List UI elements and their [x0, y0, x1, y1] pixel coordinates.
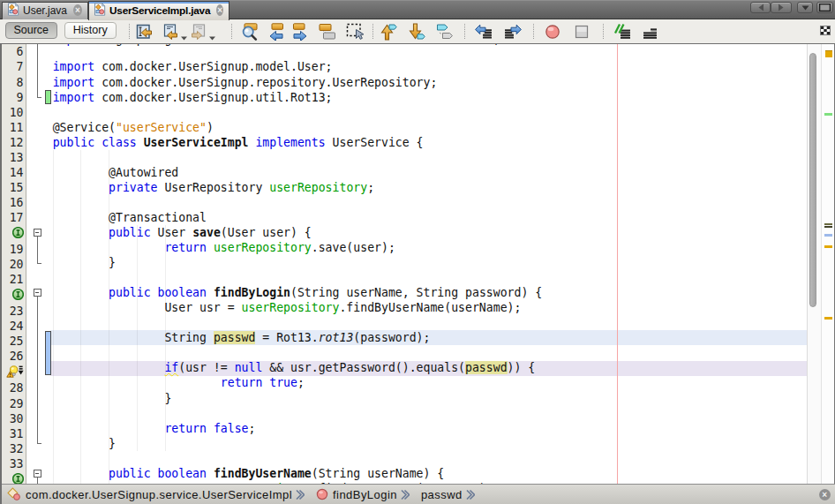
- code-line-18[interactable]: public User save(User user) {: [53, 225, 543, 240]
- tab-user-java[interactable]: User.java×: [2, 2, 88, 19]
- code-line-19[interactable]: return userRepository.save(user);: [53, 240, 543, 255]
- code-line-32[interactable]: }: [53, 436, 543, 451]
- code-line-25[interactable]: String passwd = Rot13.rot13(password);: [53, 330, 543, 345]
- code-line-28[interactable]: return true;: [53, 375, 543, 390]
- breadcrumb-chevron-icon[interactable]: [401, 489, 410, 500]
- code-line-20[interactable]: }: [53, 255, 543, 270]
- code-line-17[interactable]: @Transactional: [53, 210, 543, 225]
- comment-button[interactable]: [613, 22, 631, 41]
- error-stripe-status-square[interactable]: [825, 50, 833, 57]
- line-number-gutter[interactable]: 6789101112131415161719202123242526282930…: [0, 44, 24, 484]
- error-stripe[interactable]: [821, 44, 834, 484]
- previous-bookmark-button[interactable]: [379, 22, 397, 41]
- code-line-16[interactable]: [53, 195, 543, 210]
- maximize-window-button[interactable]: [816, 2, 833, 13]
- line-number[interactable]: 13: [0, 150, 24, 165]
- line-number[interactable]: 10: [0, 105, 24, 120]
- code-line-31[interactable]: return false;: [53, 421, 543, 436]
- line-number[interactable]: 14: [0, 165, 24, 180]
- scroll-tabs-right-button[interactable]: [771, 2, 792, 13]
- code-line-33[interactable]: [53, 451, 543, 466]
- code-line-29[interactable]: }: [53, 391, 543, 406]
- line-number[interactable]: 9: [0, 90, 24, 105]
- back-button[interactable]: [161, 22, 179, 41]
- next-bookmark-button[interactable]: [407, 22, 425, 41]
- breadcrumb-chevron-icon[interactable]: [296, 489, 305, 500]
- breadcrumb-close-icon[interactable]: ×: [819, 489, 831, 500]
- line-number[interactable]: 28: [0, 380, 24, 395]
- forward-button[interactable]: [189, 22, 207, 41]
- find-selection-button[interactable]: [240, 22, 259, 41]
- code-line-15[interactable]: private UserRepository userRepository;: [53, 180, 543, 195]
- line-number[interactable]: 23: [0, 304, 24, 319]
- line-number[interactable]: 31: [0, 426, 24, 441]
- code-line-14[interactable]: @Autowired: [53, 165, 543, 180]
- line-number[interactable]: 11: [0, 120, 24, 135]
- code-line-34[interactable]: public boolean findByUserName(String use…: [53, 466, 543, 481]
- line-number[interactable]: 16: [0, 195, 24, 210]
- forward-dropdown-icon[interactable]: [209, 28, 215, 44]
- hint-bulb-warning-icon[interactable]: [0, 365, 24, 380]
- code-line-35[interactable]: return userRepository.findByUserName(use…: [53, 481, 543, 484]
- split-document-button[interactable]: [820, 26, 831, 35]
- scroll-tabs-left-button[interactable]: [750, 2, 771, 13]
- line-number[interactable]: 20: [0, 257, 24, 272]
- line-number[interactable]: 8: [0, 75, 24, 90]
- breadcrumb-chevron-icon[interactable]: [466, 489, 475, 500]
- code-editor[interactable]: 6789101112131415161719202123242526282930…: [0, 44, 835, 484]
- implements-method-icon[interactable]: [0, 227, 24, 242]
- source-view-button[interactable]: Source: [5, 22, 58, 39]
- code-line-8[interactable]: import com.docker.UserSignup.repository.…: [53, 75, 543, 90]
- line-number[interactable]: 30: [0, 411, 24, 426]
- line-number[interactable]: 19: [0, 242, 24, 257]
- line-number[interactable]: 33: [0, 456, 24, 471]
- shift-line-left-button[interactable]: [474, 22, 493, 41]
- code-text[interactable]: import org.springframework.transaction.a…: [53, 44, 543, 484]
- toggle-highlight-search-button[interactable]: [318, 22, 336, 41]
- line-number[interactable]: 26: [0, 349, 24, 364]
- shift-line-right-button[interactable]: [503, 22, 522, 41]
- code-line-30[interactable]: [53, 406, 543, 421]
- code-line-27[interactable]: if(usr != null && usr.getPassword().equa…: [53, 360, 543, 375]
- line-number[interactable]: 15: [0, 180, 24, 195]
- code-line-24[interactable]: [53, 315, 543, 330]
- fold-toggle-line-34[interactable]: [34, 470, 41, 478]
- code-line-13[interactable]: [53, 150, 543, 165]
- error-stripe-mark[interactable]: [824, 317, 832, 320]
- code-line-11[interactable]: @Service("userService"): [53, 120, 543, 135]
- error-stripe-mark[interactable]: [824, 113, 832, 116]
- error-stripe-mark[interactable]: [824, 223, 832, 225]
- line-number[interactable]: 12: [0, 135, 24, 150]
- line-number[interactable]: 29: [0, 396, 24, 411]
- line-number[interactable]: 6: [0, 44, 24, 59]
- code-line-22[interactable]: public boolean findByLogin(String userNa…: [53, 285, 543, 300]
- tab-list-dropdown-button[interactable]: [797, 2, 813, 13]
- implements-method-icon[interactable]: [0, 289, 24, 304]
- error-stripe-mark[interactable]: [824, 234, 832, 237]
- breadcrumb-item[interactable]: passwd: [421, 488, 463, 501]
- fold-toggle-line-18[interactable]: [34, 229, 41, 237]
- code-line-9[interactable]: import com.docker.UserSignup.util.Rot13;: [53, 90, 543, 105]
- line-number[interactable]: 17: [0, 210, 24, 225]
- jump-last-edit-button[interactable]: [134, 22, 153, 41]
- fold-toggle-line-22[interactable]: [34, 289, 41, 297]
- breadcrumb-item[interactable]: findByLogin: [316, 488, 397, 501]
- line-number[interactable]: 21: [0, 272, 24, 287]
- find-previous-occurrence-button[interactable]: [266, 22, 284, 41]
- error-stripe-mark[interactable]: [824, 245, 832, 248]
- code-line-7[interactable]: import com.docker.UserSignup.model.User;: [53, 59, 543, 74]
- find-next-occurrence-button[interactable]: [291, 22, 310, 41]
- stop-macro-button[interactable]: [572, 22, 591, 41]
- breadcrumb-item[interactable]: com.docker.UserSignup.service.UserServic…: [7, 487, 292, 501]
- line-number[interactable]: 25: [0, 334, 24, 349]
- uncomment-button[interactable]: [639, 22, 658, 41]
- history-view-button[interactable]: History: [64, 22, 117, 39]
- record-macro-button[interactable]: [543, 22, 561, 41]
- line-number[interactable]: 7: [0, 59, 24, 74]
- scrollbar-thumb[interactable]: [809, 53, 817, 307]
- code-line-6[interactable]: [53, 44, 543, 59]
- rectangular-selection-button[interactable]: [345, 22, 364, 41]
- code-line-10[interactable]: [53, 105, 543, 120]
- code-line-26[interactable]: [53, 345, 543, 360]
- tab-userserviceimpl-java[interactable]: UserServiceImpl.java×: [88, 1, 229, 20]
